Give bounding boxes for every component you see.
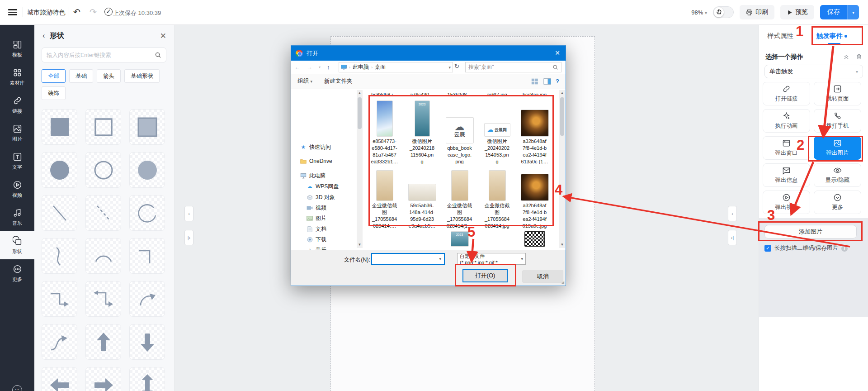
action-image[interactable]: 弹出图片: [814, 136, 861, 160]
panel-collapse-button[interactable]: ‹: [184, 206, 193, 221]
shape-arc-open[interactable]: [129, 195, 165, 231]
panel-expand-button[interactable]: ›: [728, 206, 737, 221]
view-mode-icon[interactable]: [531, 78, 539, 85]
action-jump[interactable]: 跳转页面: [814, 82, 861, 105]
panel-expand-all-button[interactable]: ›|: [728, 230, 737, 245]
redo-icon[interactable]: ↷: [90, 7, 97, 18]
cancel-button[interactable]: 取消: [523, 271, 563, 282]
shape-elbow-arrow-right[interactable]: [42, 281, 77, 317]
organize-menu[interactable]: 组织 ▾: [297, 77, 312, 85]
shape-tab-装饰[interactable]: 装饰: [42, 86, 66, 100]
dialog-close-icon[interactable]: ✕: [555, 49, 560, 57]
scroll-up-icon[interactable]: ▲: [357, 90, 363, 96]
action-eye[interactable]: 显示/隐藏: [814, 163, 861, 187]
shape-elbow-arrow-both[interactable]: [85, 281, 121, 317]
scroll-down-icon[interactable]: ▼: [559, 242, 565, 248]
trigger-mode-select[interactable]: 单击触发▾: [764, 65, 863, 78]
breadcrumb-this-pc[interactable]: 此电脑: [353, 63, 369, 71]
shape-square-outline[interactable]: [85, 109, 121, 145]
file-item[interactable]: a32b648af 7f8-4e1d-b ea2-f4194f 613a0c (…: [516, 110, 553, 165]
shape-square-filled-border[interactable]: [129, 109, 165, 145]
save-button-group[interactable]: 保存 ▾: [820, 5, 859, 19]
details-pane-icon[interactable]: [543, 78, 551, 85]
file-item-partial[interactable]: [516, 231, 553, 247]
up-icon[interactable]: ↑: [324, 64, 333, 71]
sidebar-item-video[interactable]: 视频: [0, 175, 34, 203]
file-list-scrollbar[interactable]: ▲ ▼: [559, 90, 565, 248]
file-item[interactable]: 企业微信截 图 _17055684 028414….: [366, 170, 403, 229]
filename-input[interactable]: ▾: [371, 253, 445, 265]
trash-icon[interactable]: [856, 53, 862, 60]
shape-tab-基础[interactable]: 基础: [69, 69, 93, 83]
new-folder-button[interactable]: 新建文件夹: [324, 77, 353, 85]
shape-tab-全部[interactable]: 全部: [42, 69, 66, 83]
file-item-partial[interactable]: 2023: [441, 231, 478, 247]
panel-close-icon[interactable]: ✕: [160, 31, 166, 41]
filename-dropdown-icon[interactable]: ▾: [439, 257, 441, 261]
add-image-button[interactable]: 添加图片: [764, 225, 857, 238]
dialog-search-box[interactable]: 搜索"桌面": [465, 62, 561, 72]
file-item-partial[interactable]: ac6f7.jpg: [478, 90, 516, 96]
shape-tab-箭头[interactable]: 箭头: [97, 69, 121, 83]
document-title[interactable]: 城市旅游特色...: [27, 9, 66, 17]
dialog-titlebar[interactable]: 打开 ✕: [291, 46, 566, 61]
shape-search-box[interactable]: [42, 48, 166, 62]
file-item-partial[interactable]: a76c430…: [403, 90, 441, 96]
shape-elbow-line[interactable]: [129, 238, 165, 274]
breadcrumb-desktop[interactable]: 桌面: [375, 63, 386, 71]
sidebar-item-assets[interactable]: 素材库: [0, 63, 34, 91]
file-type-select[interactable]: 自定义文件 (*.png;*.jpg;*.gif;*▾: [457, 253, 526, 265]
forward-icon[interactable]: →: [303, 64, 316, 71]
shape-square-filled[interactable]: [42, 109, 77, 145]
history-chevron-icon[interactable]: ▾: [316, 65, 324, 69]
sidebar-item-shape[interactable]: 形状: [0, 231, 34, 259]
file-item[interactable]: ☁云展qbba_book case_logo. png: [441, 117, 478, 165]
dialog-sidebar-item-2[interactable]: OneDrive: [298, 156, 361, 166]
shape-arrow-left[interactable]: [42, 367, 77, 391]
sidebar-scrollbar[interactable]: ▲ ▼: [357, 90, 363, 248]
panel-back-icon[interactable]: ‹: [42, 32, 45, 39]
shape-line[interactable]: [42, 195, 77, 231]
action-link[interactable]: 打开链接: [763, 82, 810, 105]
sidebar-item-image[interactable]: 图片: [0, 119, 34, 147]
shape-arrow-right[interactable]: [85, 367, 121, 391]
resize-grip[interactable]: ◢: [561, 280, 564, 285]
save-more-dropdown[interactable]: ▾: [847, 5, 859, 19]
help-icon[interactable]: ?: [556, 78, 559, 85]
file-item[interactable]: 59c5ab36- 148a-414d- 95d9-6d23 e9a4acb5…: [403, 184, 441, 229]
undo-icon[interactable]: ↶: [73, 7, 80, 18]
action-animate[interactable]: 执行动画: [763, 109, 810, 133]
collapse-icon[interactable]: [843, 53, 849, 60]
sidebar-item-template[interactable]: 模板: [0, 35, 34, 63]
action-message[interactable]: 弹出信息: [763, 163, 810, 187]
shape-arrow-s-curve[interactable]: [42, 324, 77, 360]
sidebar-item-text[interactable]: 文字: [0, 147, 34, 175]
sidebar-item-music[interactable]: 音乐: [0, 203, 34, 231]
scroll-down-icon[interactable]: ▼: [357, 242, 363, 248]
panel-collapse-all-button[interactable]: |‹: [184, 230, 193, 245]
file-item[interactable]: ☁云展网微信图片 _20240202 154053.pn g: [478, 123, 516, 165]
sidebar-item-more[interactable]: 更多: [0, 259, 34, 287]
preview-button[interactable]: 预览: [780, 5, 814, 19]
shape-tab-基础形状[interactable]: 基础形状: [124, 69, 160, 83]
file-item-partial[interactable]: bc88db8.j…: [366, 90, 403, 96]
zoom-level-dropdown[interactable]: 98% ▾: [691, 9, 707, 16]
dialog-sidebar-item-3[interactable]: 此电脑: [298, 171, 361, 181]
file-item[interactable]: a32b648af 7f8-4e1d-b ea2-f4194f 613a0c.j…: [516, 174, 553, 229]
shape-arrow-down[interactable]: [129, 324, 165, 360]
shape-arrow-updown[interactable]: [129, 367, 165, 391]
shape-circle-outline[interactable]: [85, 152, 121, 188]
shape-arrow-up[interactable]: [85, 324, 121, 360]
action-phone[interactable]: 拨打手机: [814, 109, 861, 133]
print-button[interactable]: 印刷: [740, 5, 774, 19]
dialog-sidebar-item-1[interactable]: ★快速访问: [298, 142, 361, 152]
touch-mode-toggle[interactable]: [713, 6, 734, 18]
info-icon[interactable]: i: [841, 245, 848, 252]
hamburger-menu-icon[interactable]: [8, 9, 17, 15]
action-more[interactable]: 更多: [814, 191, 861, 214]
back-icon[interactable]: ←: [291, 64, 303, 71]
tab-trigger-events[interactable]: 触发事件: [816, 32, 847, 40]
shape-search-input[interactable]: [47, 52, 155, 58]
refresh-icon[interactable]: ↻: [454, 63, 459, 70]
checkbox-long-press[interactable]: ✓: [764, 245, 771, 252]
